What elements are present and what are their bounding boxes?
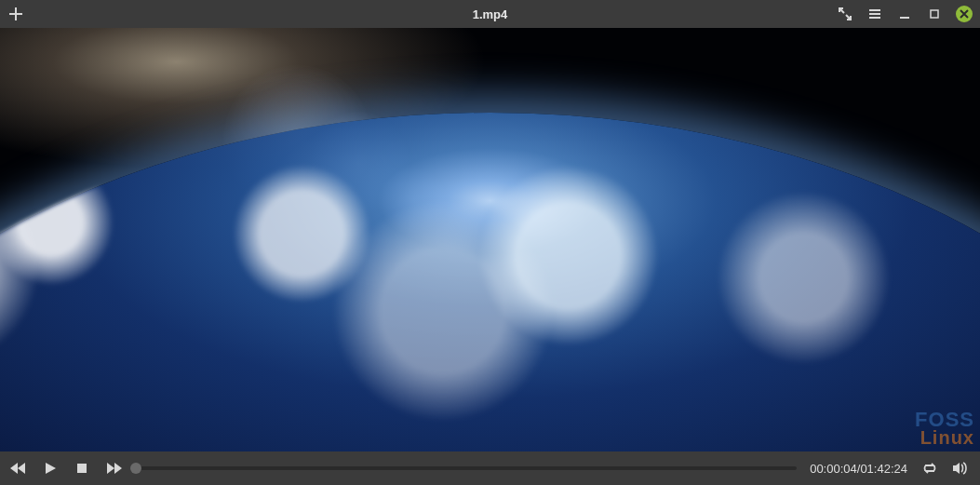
video-viewport[interactable] — [0, 28, 980, 451]
watermark-line2: Linux — [915, 429, 974, 446]
forward-icon — [105, 462, 122, 475]
fast-forward-button[interactable] — [104, 459, 123, 478]
svg-rect-0 — [900, 17, 909, 19]
time-position: 00:00:04 — [810, 462, 857, 476]
minimize-window-button[interactable] — [896, 6, 913, 22]
stop-button[interactable] — [73, 459, 91, 478]
time-display: 00:00:04/01:42:24 — [810, 462, 907, 476]
close-icon — [960, 9, 969, 19]
maximize-icon — [930, 9, 939, 19]
repeat-button[interactable] — [920, 459, 939, 478]
titlebar: 1.mp4 — [0, 0, 980, 28]
watermark: FOSS Linux — [915, 411, 974, 446]
svg-rect-1 — [931, 10, 938, 18]
volume-button[interactable] — [952, 459, 971, 478]
add-media-button[interactable] — [7, 6, 24, 22]
menu-icon — [868, 7, 881, 20]
fullscreen-icon — [839, 7, 852, 20]
time-duration: 01:42:24 — [860, 462, 907, 476]
add-icon — [9, 7, 22, 20]
minimize-icon — [899, 8, 910, 20]
player-controls: 00:00:04/01:42:24 — [0, 451, 980, 485]
maximize-window-button[interactable] — [926, 6, 943, 22]
repeat-icon — [922, 462, 937, 475]
stop-icon — [76, 463, 87, 474]
rewind-icon — [10, 462, 27, 475]
close-window-button[interactable] — [956, 6, 973, 22]
volume-icon — [953, 462, 970, 475]
toggle-fullscreen-button[interactable] — [837, 6, 853, 22]
svg-rect-2 — [77, 464, 87, 473]
play-icon — [44, 462, 57, 475]
window-title: 1.mp4 — [0, 7, 980, 21]
rewind-button[interactable] — [9, 459, 28, 478]
seek-knob[interactable] — [130, 463, 141, 474]
play-button[interactable] — [41, 459, 60, 478]
app-menu-button[interactable] — [866, 6, 883, 22]
seek-slider[interactable] — [136, 466, 797, 470]
